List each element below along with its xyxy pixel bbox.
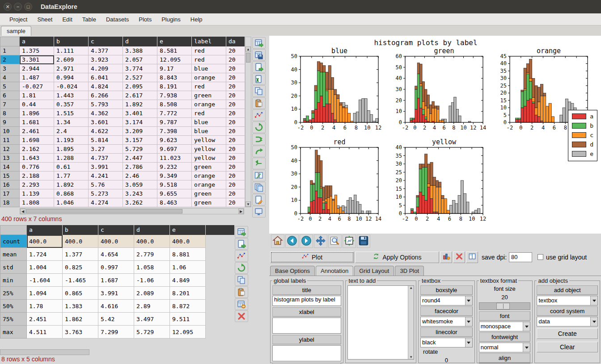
cell[interactable]: 9.518 bbox=[157, 180, 192, 189]
cell[interactable]: yellow bbox=[192, 136, 226, 145]
stats-cell[interactable]: 1.004 bbox=[27, 261, 63, 274]
use-grid-layout-checkbox[interactable] bbox=[538, 254, 543, 260]
cell[interactable]: 6.041 bbox=[89, 73, 123, 82]
font-combobox[interactable]: monospace bbox=[479, 322, 531, 331]
clear-button[interactable]: Clear bbox=[537, 342, 598, 352]
cell[interactable]: yellow bbox=[192, 154, 226, 163]
paste-table-button[interactable] bbox=[252, 97, 266, 109]
cell[interactable]: 4.622 bbox=[89, 127, 123, 136]
cell[interactable]: 20 bbox=[226, 64, 245, 73]
cell[interactable]: 1.698 bbox=[20, 136, 54, 145]
import-table-button[interactable] bbox=[252, 37, 266, 49]
chevron-down-icon[interactable] bbox=[465, 317, 472, 326]
stats-cell[interactable]: 1.862 bbox=[63, 313, 98, 326]
aggregate-button[interactable] bbox=[252, 158, 266, 169]
cell[interactable]: 8.843 bbox=[157, 73, 192, 82]
plot-types-button[interactable] bbox=[440, 251, 452, 263]
tab-base-options[interactable]: Base Options bbox=[270, 266, 315, 276]
cell[interactable]: 5.76 bbox=[89, 180, 123, 189]
row-header-11[interactable]: 11 bbox=[0, 136, 20, 145]
cell[interactable]: 2.4 bbox=[54, 127, 89, 136]
cell[interactable]: 9.623 bbox=[157, 136, 192, 145]
cell[interactable]: 20 bbox=[226, 172, 245, 180]
cell[interactable]: 7.772 bbox=[157, 109, 192, 118]
cell[interactable]: blue bbox=[192, 64, 226, 73]
cell[interactable]: 1.046 bbox=[54, 198, 89, 207]
merge-button[interactable] bbox=[252, 134, 266, 145]
cell[interactable]: 20 bbox=[226, 46, 245, 55]
stats-cell[interactable]: -1.06 bbox=[134, 274, 170, 287]
cell[interactable]: 2.46 bbox=[123, 172, 157, 180]
cell[interactable]: 20 bbox=[226, 109, 245, 118]
stats-cell[interactable]: 1.058 bbox=[134, 261, 170, 274]
chevron-down-icon[interactable] bbox=[465, 296, 472, 305]
cell[interactable]: 2.447 bbox=[123, 154, 157, 163]
cell[interactable]: 1.892 bbox=[54, 180, 89, 189]
menu-table[interactable]: Table bbox=[77, 14, 101, 25]
chevron-down-icon[interactable] bbox=[523, 343, 530, 352]
copy-table-button[interactable] bbox=[235, 274, 248, 286]
stats-cell[interactable]: 1.377 bbox=[63, 248, 98, 261]
cell[interactable]: 1.111 bbox=[54, 46, 89, 55]
cell[interactable]: 4.209 bbox=[89, 64, 123, 73]
cell[interactable]: 2.609 bbox=[54, 55, 89, 64]
create-button[interactable]: Create bbox=[537, 328, 598, 339]
cell[interactable]: 1.288 bbox=[54, 154, 89, 163]
cell[interactable]: 8.191 bbox=[157, 82, 192, 91]
column-header-e[interactable]: e bbox=[157, 37, 192, 46]
cell[interactable]: 9.17 bbox=[157, 64, 192, 73]
cell[interactable]: 2.188 bbox=[20, 172, 54, 180]
stats-cell[interactable]: 400.0 bbox=[98, 235, 134, 248]
add-object-combobox[interactable]: textbox bbox=[537, 296, 598, 305]
stats-row-header-25%[interactable]: 25% bbox=[0, 287, 27, 300]
row-header-7[interactable]: 7 bbox=[0, 100, 20, 109]
cell[interactable]: 1.139 bbox=[20, 189, 54, 198]
row-header-4[interactable]: 4 bbox=[0, 73, 20, 82]
cell[interactable]: 0.868 bbox=[54, 189, 89, 198]
cell[interactable]: 3.243 bbox=[123, 189, 157, 198]
column-header-label[interactable]: label bbox=[192, 37, 226, 46]
maximize-window-icon[interactable]: □ bbox=[24, 3, 32, 11]
stats-cell[interactable]: 9.511 bbox=[170, 313, 206, 326]
cell[interactable]: 20 bbox=[226, 136, 245, 145]
stats-cell[interactable]: 0.865 bbox=[63, 287, 98, 300]
cell[interactable]: 9.349 bbox=[157, 172, 192, 180]
menu-project[interactable]: Project bbox=[4, 14, 32, 25]
cell[interactable]: 20 bbox=[226, 180, 245, 189]
cell[interactable]: 20 bbox=[226, 127, 245, 136]
cell[interactable]: 20 bbox=[226, 55, 245, 64]
cell[interactable]: 2.971 bbox=[54, 64, 89, 73]
cell[interactable]: green bbox=[192, 163, 226, 172]
cell[interactable]: 3.991 bbox=[89, 163, 123, 172]
stats-row-header-max[interactable]: max bbox=[0, 326, 27, 339]
cell[interactable]: 2.293 bbox=[20, 180, 54, 189]
save-table-button[interactable] bbox=[252, 49, 266, 61]
stats-cell[interactable]: 400.0 bbox=[27, 235, 63, 248]
cell[interactable]: 3.209 bbox=[123, 127, 157, 136]
stats-row-header-75%[interactable]: 75% bbox=[0, 313, 27, 326]
clear-plot-button[interactable] bbox=[453, 251, 465, 263]
stats-cell[interactable]: 0.997 bbox=[98, 261, 134, 274]
cell[interactable]: 3.262 bbox=[123, 198, 157, 207]
save-figure-button[interactable] bbox=[357, 234, 370, 248]
cell[interactable]: 1.375 bbox=[20, 46, 54, 55]
stats-cell[interactable]: 2.451 bbox=[27, 313, 63, 326]
cell[interactable]: 2.617 bbox=[123, 91, 157, 100]
stats-cell[interactable]: 5.729 bbox=[134, 326, 170, 339]
cell[interactable]: -0.024 bbox=[54, 82, 89, 91]
stats-cell[interactable]: 8.881 bbox=[170, 248, 206, 261]
cell[interactable]: 1.895 bbox=[54, 145, 89, 154]
font-size-slider[interactable] bbox=[479, 302, 531, 310]
stats-cell[interactable]: -1.465 bbox=[63, 274, 98, 287]
delete-table-button[interactable] bbox=[235, 298, 248, 310]
cell[interactable]: 3.27 bbox=[89, 145, 123, 154]
configure-subplots-button[interactable] bbox=[343, 234, 356, 248]
facecolor-combobox[interactable]: whitesmoke bbox=[420, 317, 473, 326]
row-header-16[interactable]: 16 bbox=[0, 180, 20, 189]
cell[interactable]: 1.81 bbox=[20, 91, 54, 100]
cell[interactable]: 4.377 bbox=[89, 46, 123, 55]
cell[interactable]: 2.786 bbox=[123, 163, 157, 172]
minimize-window-icon[interactable]: − bbox=[14, 3, 22, 11]
cell[interactable]: 20 bbox=[226, 189, 245, 198]
stats-cell[interactable]: 1.06 bbox=[170, 261, 206, 274]
